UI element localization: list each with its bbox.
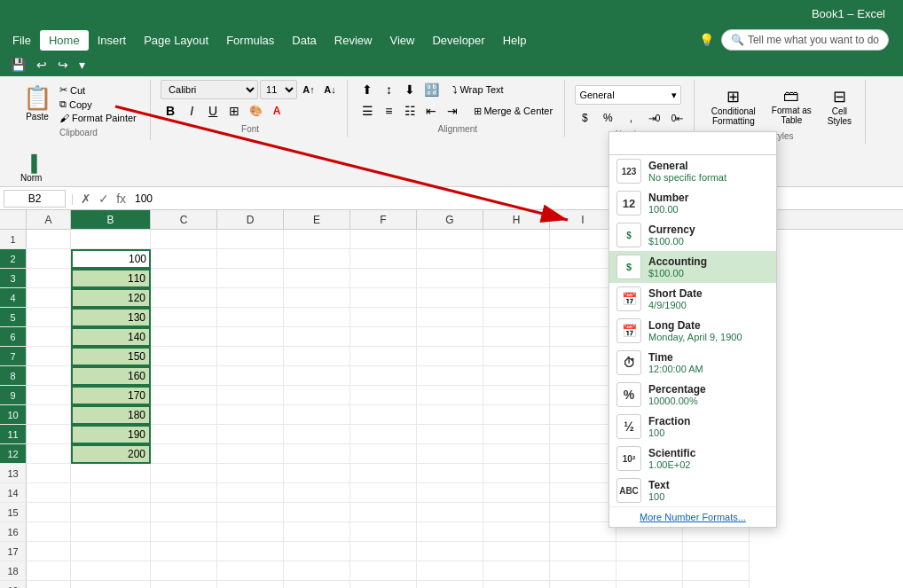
- format-as-table-button[interactable]: 🗃 Format asTable: [766, 83, 818, 129]
- cell-e9[interactable]: [284, 386, 350, 405]
- cell-d16[interactable]: [217, 522, 284, 542]
- help-icon[interactable]: 💡: [692, 33, 721, 47]
- cell-d1[interactable]: [217, 230, 284, 249]
- cell-e6[interactable]: [284, 327, 350, 347]
- cell-g2[interactable]: [417, 249, 483, 269]
- cell-b14[interactable]: [71, 483, 151, 503]
- cell-g11[interactable]: [417, 425, 483, 444]
- increase-indent-button[interactable]: ⇥: [443, 101, 462, 121]
- align-top-button[interactable]: ⬆: [357, 80, 377, 99]
- cell-h15[interactable]: [483, 503, 550, 522]
- cell-i4[interactable]: [550, 288, 616, 308]
- cell-b4[interactable]: 120: [71, 288, 151, 308]
- cell-b18[interactable]: [71, 561, 151, 581]
- nf-item-fraction[interactable]: ½Fraction100: [609, 411, 776, 443]
- cell-c2[interactable]: [151, 249, 217, 269]
- cell-a16[interactable]: [27, 522, 71, 542]
- cell-e15[interactable]: [284, 503, 350, 522]
- cell-b15[interactable]: [71, 503, 151, 522]
- cell-d4[interactable]: [217, 288, 284, 308]
- cell-d17[interactable]: [217, 542, 284, 561]
- cell-a6[interactable]: [27, 327, 71, 347]
- cell-c3[interactable]: [151, 269, 217, 288]
- cell-a15[interactable]: [27, 503, 71, 522]
- cell-e16[interactable]: [284, 522, 350, 542]
- cell-e4[interactable]: [284, 288, 350, 308]
- cell-b16[interactable]: [71, 522, 151, 542]
- cell-a7[interactable]: [27, 347, 71, 366]
- cell-c19[interactable]: [151, 581, 217, 588]
- cell-h16[interactable]: [483, 522, 550, 542]
- format-painter-button[interactable]: 🖌 Format Painter: [57, 112, 139, 124]
- cell-b5[interactable]: 130: [71, 308, 151, 327]
- align-middle-button[interactable]: ↕: [379, 80, 398, 99]
- cell-b13[interactable]: [71, 464, 151, 483]
- row-num-14[interactable]: 14: [0, 483, 27, 503]
- nf-item-scientific[interactable]: 10²Scientific1.00E+02: [609, 443, 776, 474]
- cell-f17[interactable]: [350, 542, 417, 561]
- cell-c15[interactable]: [151, 503, 217, 522]
- cell-a5[interactable]: [27, 308, 71, 327]
- cell-e14[interactable]: [284, 483, 350, 503]
- cell-e7[interactable]: [284, 347, 350, 366]
- cell-c1[interactable]: [151, 230, 217, 249]
- cell-b7[interactable]: 150: [71, 347, 151, 366]
- cell-e2[interactable]: [284, 249, 350, 269]
- row-num-9[interactable]: 9: [0, 386, 27, 405]
- cell-d14[interactable]: [217, 483, 284, 503]
- font-name-select[interactable]: Calibri: [161, 80, 258, 99]
- align-right-button[interactable]: ☷: [400, 101, 420, 121]
- cell-d18[interactable]: [217, 561, 284, 581]
- cell-d11[interactable]: [217, 425, 284, 444]
- cell-e18[interactable]: [284, 561, 350, 581]
- cell-g18[interactable]: [417, 561, 483, 581]
- cell-o19[interactable]: [683, 581, 750, 588]
- row-num-11[interactable]: 11: [0, 425, 27, 444]
- cell-a18[interactable]: [27, 561, 71, 581]
- nf-item-number[interactable]: 12Number100.00: [609, 187, 776, 219]
- nf-item-text[interactable]: ABCText100: [609, 474, 776, 506]
- col-header-a[interactable]: A: [27, 210, 71, 229]
- cell-f1[interactable]: [350, 230, 417, 249]
- cell-c12[interactable]: [151, 444, 217, 464]
- cell-g14[interactable]: [417, 483, 483, 503]
- decrease-indent-button[interactable]: ⇤: [421, 101, 441, 121]
- col-header-i[interactable]: I: [550, 210, 616, 229]
- cell-i5[interactable]: [550, 308, 616, 327]
- cell-d12[interactable]: [217, 444, 284, 464]
- row-num-10[interactable]: 10: [0, 405, 27, 425]
- number-format-dropdown[interactable]: General ▾: [575, 85, 681, 105]
- row-num-6[interactable]: 6: [0, 327, 27, 347]
- col-header-b[interactable]: B: [71, 210, 151, 229]
- cell-reference-box[interactable]: [4, 190, 66, 208]
- row-num-15[interactable]: 15: [0, 503, 27, 522]
- decrease-font-button[interactable]: A↓: [320, 80, 340, 99]
- cell-i13[interactable]: [550, 464, 616, 483]
- cell-i18[interactable]: [550, 561, 616, 581]
- cell-b12[interactable]: 200: [71, 444, 151, 464]
- menu-review[interactable]: Review: [326, 30, 381, 51]
- row-num-5[interactable]: 5: [0, 308, 27, 327]
- cell-h9[interactable]: [483, 386, 550, 405]
- menu-insert[interactable]: Insert: [89, 30, 136, 51]
- row-num-4[interactable]: 4: [0, 288, 27, 308]
- cell-i15[interactable]: [550, 503, 616, 522]
- cell-h1[interactable]: [483, 230, 550, 249]
- cell-i9[interactable]: [550, 386, 616, 405]
- cell-b3[interactable]: 110: [71, 269, 151, 288]
- cell-f3[interactable]: [350, 269, 417, 288]
- nf-item-long-date[interactable]: 📅Long DateMonday, April 9, 1900: [609, 315, 776, 347]
- cell-e19[interactable]: [284, 581, 350, 588]
- cell-b2[interactable]: 100: [71, 249, 151, 269]
- cell-e8[interactable]: [284, 366, 350, 386]
- align-bottom-button[interactable]: ⬇: [400, 80, 420, 99]
- cell-a9[interactable]: [27, 386, 71, 405]
- col-header-c[interactable]: C: [151, 210, 217, 229]
- undo-button[interactable]: ↩: [33, 56, 51, 74]
- cell-c17[interactable]: [151, 542, 217, 561]
- cell-f4[interactable]: [350, 288, 417, 308]
- menu-developer[interactable]: Developer: [423, 30, 493, 51]
- angle-text-button[interactable]: 🔡: [421, 80, 441, 99]
- cell-c5[interactable]: [151, 308, 217, 327]
- cell-i3[interactable]: [550, 269, 616, 288]
